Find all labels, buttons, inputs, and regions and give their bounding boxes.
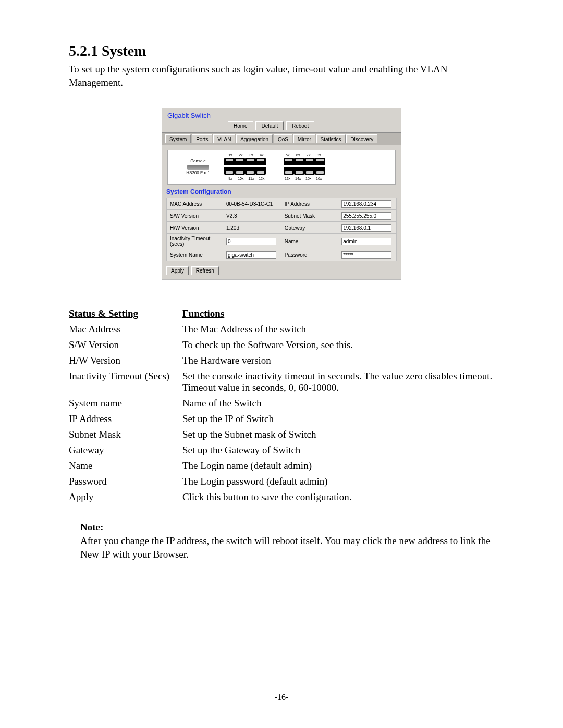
subnet-mask-input[interactable]	[341, 212, 391, 220]
refresh-button[interactable]: Refresh	[191, 266, 219, 275]
note-body: After you change the IP address, the swi…	[80, 534, 494, 561]
row-desc: Set up the Subnet mask of Switch	[182, 427, 494, 442]
port-jack-icon	[245, 158, 255, 165]
row-desc: To check up the Software Version, see th…	[182, 337, 494, 353]
port-label: 9x	[225, 177, 236, 180]
row-label: Gateway	[69, 442, 182, 458]
note-block: Note: After you change the IP address, t…	[69, 521, 494, 561]
row-label: Inactivity Timeout (Secs)	[69, 368, 182, 396]
hw-version-value: 1.20d	[223, 222, 281, 234]
sw-version-label: S/W Version	[167, 210, 223, 222]
backbone-label: HS200 E.n.1	[172, 171, 224, 176]
row-label: Subnet Mask	[69, 427, 182, 442]
home-button[interactable]: Home	[228, 121, 253, 130]
ip-address-label: IP Address	[281, 198, 338, 210]
timeout-input[interactable]	[226, 238, 276, 245]
subnet-mask-label: Subnet Mask	[281, 210, 338, 222]
row-label: H/W Version	[69, 353, 182, 368]
row-label: S/W Version	[69, 337, 182, 353]
row-desc: The Login name (default admin)	[182, 458, 494, 474]
section-heading: 5.2.1 System	[69, 43, 494, 59]
sw-version-value: V2.3	[223, 210, 281, 222]
hw-version-label: H/W Version	[167, 222, 223, 234]
port-jack-icon	[294, 167, 304, 175]
port-jack-icon	[315, 167, 325, 175]
port-jack-icon	[224, 158, 235, 165]
port-jack-icon	[315, 158, 325, 165]
system-name-input[interactable]	[226, 251, 276, 259]
gateway-label: Gateway	[281, 222, 338, 234]
tab-mirror[interactable]: Mirror	[293, 134, 315, 143]
row-label: Name	[69, 458, 182, 474]
port-label: 16x	[314, 177, 324, 180]
port-jack-icon	[284, 158, 294, 165]
row-desc: Name of the Switch	[182, 396, 494, 411]
password-label: Password	[281, 249, 338, 261]
embedded-screenshot: Gigabit Switch Home Default Reboot Syste…	[162, 108, 401, 280]
port-jack-active-icon	[284, 167, 294, 175]
window-title: Gigabit Switch	[162, 108, 401, 121]
description-table: Status & Setting Functions Mac AddressTh…	[69, 306, 494, 505]
row-label: IP Address	[69, 411, 182, 427]
row-label: Apply	[69, 489, 182, 505]
tab-system[interactable]: System	[165, 134, 191, 143]
row-label: System name	[69, 396, 182, 411]
row-desc: Set up the IP of Switch	[182, 411, 494, 427]
port-jack-icon	[255, 167, 266, 175]
port-jack-icon	[294, 158, 304, 165]
config-table: MAC Address 00-0B-54-D3-1C-C1 IP Address…	[166, 198, 397, 261]
row-desc: Click this button to save the configurat…	[182, 489, 494, 505]
port-label: 12x	[256, 177, 267, 180]
port-panel: Console HS200 E.n.1 1x2x3x4x 5x6x7x8x	[167, 150, 396, 185]
tab-discovery[interactable]: Discovery	[346, 134, 377, 143]
port-jack-icon	[245, 167, 255, 175]
gateway-input[interactable]	[341, 224, 391, 232]
col-functions: Functions	[182, 306, 494, 322]
col-status-setting: Status & Setting	[69, 306, 182, 322]
tab-ports[interactable]: Ports	[192, 134, 212, 143]
row-label: Password	[69, 474, 182, 489]
port-label: 8x	[314, 153, 324, 157]
port-label: 2x	[236, 153, 246, 157]
tab-statistics[interactable]: Statistics	[316, 134, 346, 143]
tab-vlan[interactable]: VLAN	[213, 134, 235, 143]
console-device-icon	[187, 165, 209, 170]
name-input[interactable]	[341, 238, 391, 245]
tab-bar: System Ports VLAN Aggregation QoS Mirror…	[162, 132, 401, 145]
row-desc: Set the console inactivity timeout in se…	[182, 368, 494, 396]
reboot-button[interactable]: Reboot	[286, 121, 314, 130]
apply-button[interactable]: Apply	[166, 266, 189, 275]
port-label: 14x	[293, 177, 303, 180]
port-jack-icon	[304, 158, 315, 165]
page-number: -16-	[275, 693, 289, 701]
password-input[interactable]	[341, 251, 391, 259]
port-label: 4x	[256, 153, 267, 157]
tab-aggregation[interactable]: Aggregation	[236, 134, 273, 143]
port-jack-icon	[255, 158, 266, 165]
port-label: 5x	[283, 153, 293, 157]
row-label: Mac Address	[69, 322, 182, 337]
system-configuration-heading: System Configuration	[162, 188, 401, 198]
port-label: 3x	[246, 153, 256, 157]
ip-address-input[interactable]	[341, 200, 391, 208]
row-desc: The Mac Address of the switch	[182, 322, 494, 337]
default-button[interactable]: Default	[255, 121, 284, 130]
tab-qos[interactable]: QoS	[274, 134, 292, 143]
port-label: 10x	[236, 177, 246, 180]
row-desc: The Login password (default admin)	[182, 474, 494, 489]
timeout-label: Inactivity Timeout (secs)	[167, 234, 223, 249]
mac-address-label: MAC Address	[167, 198, 223, 210]
port-jack-icon	[224, 167, 235, 175]
port-jack-icon	[304, 167, 315, 175]
port-label: 1x	[225, 153, 236, 157]
port-label: 7x	[303, 153, 314, 157]
port-label: 6x	[293, 153, 303, 157]
port-jack-icon	[235, 158, 245, 165]
port-jack-icon	[235, 167, 245, 175]
mac-address-value: 00-0B-54-D3-1C-C1	[223, 198, 281, 210]
row-desc: Set up the Gateway of Switch	[182, 442, 494, 458]
port-label: 13x	[283, 177, 293, 180]
name-label: Name	[281, 234, 338, 249]
row-desc: The Hardware version	[182, 353, 494, 368]
page-footer: -16-	[69, 690, 494, 702]
